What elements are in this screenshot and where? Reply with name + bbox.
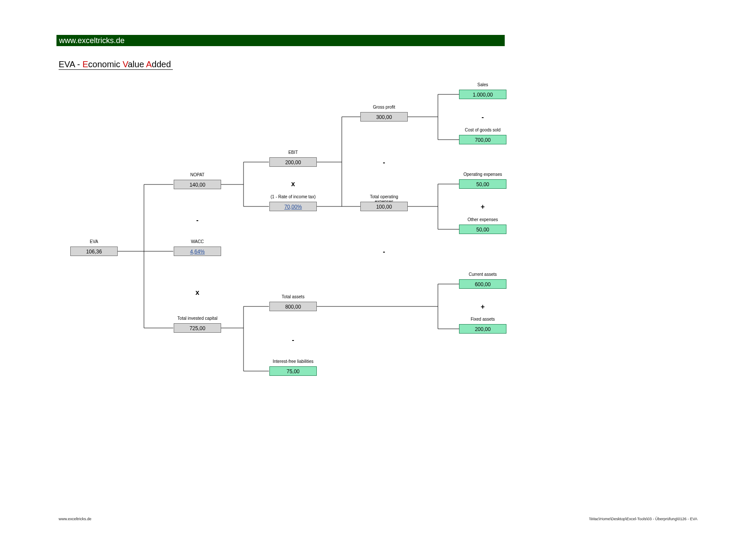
- title-a: A: [146, 59, 152, 69]
- title-v: V: [123, 59, 128, 69]
- box-total-assets: 800,00: [269, 302, 317, 311]
- header-bar: www.exceltricks.de: [56, 35, 505, 46]
- label-cogs: Cost of goods sold: [459, 128, 506, 132]
- box-sales[interactable]: 1.000,00: [459, 90, 506, 99]
- footer-right: \\Mac\Home\Desktop\Excel-Tools\03 - Über…: [589, 517, 697, 521]
- title-e: E: [82, 59, 88, 69]
- label-gross-profit: Gross profit: [360, 105, 408, 109]
- box-cogs[interactable]: 700,00: [459, 135, 506, 144]
- op-nopat-times: x: [193, 289, 202, 297]
- op-ebit-times: x: [289, 180, 297, 188]
- label-nopat: NOPAT: [174, 172, 221, 177]
- box-fixed-assets[interactable]: 200,00: [459, 324, 506, 334]
- op-assets-plus: +: [478, 303, 487, 311]
- label-ifl: Interest-free liabilities: [269, 359, 317, 364]
- box-total-invested: 725,00: [174, 323, 221, 333]
- label-total-assets: Total assets: [269, 294, 317, 299]
- op-ta-minus: -: [289, 336, 297, 344]
- footer-left: www.exceltricks.de: [59, 517, 91, 521]
- label-wacc: WACC: [174, 239, 221, 244]
- op-opex-plus: +: [478, 203, 487, 211]
- box-ebit: 200,00: [269, 157, 317, 167]
- label-sales: Sales: [459, 82, 506, 87]
- label-current-assets: Current assets: [459, 272, 506, 277]
- op-sales-minus: -: [478, 113, 487, 121]
- op-nopat-minus: -: [193, 216, 202, 224]
- page: www.exceltricks.de EVA - Economic Value …: [0, 0, 756, 534]
- page-title: EVA - Economic Value Added: [59, 59, 173, 70]
- label-fixed-assets: Fixed assets: [459, 317, 506, 322]
- box-tax[interactable]: 70,00%: [269, 202, 317, 211]
- box-opex[interactable]: 50,00: [459, 179, 506, 189]
- box-nopat: 140,00: [174, 180, 221, 189]
- connector-lines: [0, 0, 756, 534]
- label-eva: EVA: [70, 239, 118, 244]
- title-dded: dded: [152, 59, 171, 69]
- label-total-invested: Total invested capital: [174, 316, 221, 321]
- box-current-assets[interactable]: 600,00: [459, 279, 506, 289]
- box-ifl[interactable]: 75,00: [269, 366, 317, 376]
- title-alue: alue: [128, 59, 146, 69]
- label-other-exp: Other expenses: [459, 217, 506, 222]
- box-total-opex: 100,00: [360, 202, 408, 211]
- title-conomic: conomic: [88, 59, 123, 69]
- link-tax[interactable]: 70,00%: [284, 204, 302, 210]
- link-wacc[interactable]: 4,64%: [190, 249, 205, 255]
- label-tax: (1 - Rate of income tax): [269, 194, 317, 199]
- box-wacc[interactable]: 4,64%: [174, 247, 221, 256]
- title-prefix: EVA -: [59, 59, 82, 69]
- box-gross-profit: 300,00: [360, 112, 408, 122]
- box-eva: 106,36: [70, 247, 118, 256]
- label-ebit: EBIT: [269, 150, 317, 155]
- op-gp-toe-minus: -: [380, 248, 388, 256]
- box-other-exp[interactable]: 50,00: [459, 225, 506, 234]
- op-gp-minus: -: [380, 159, 388, 166]
- label-opex: Operating expenses: [459, 172, 506, 177]
